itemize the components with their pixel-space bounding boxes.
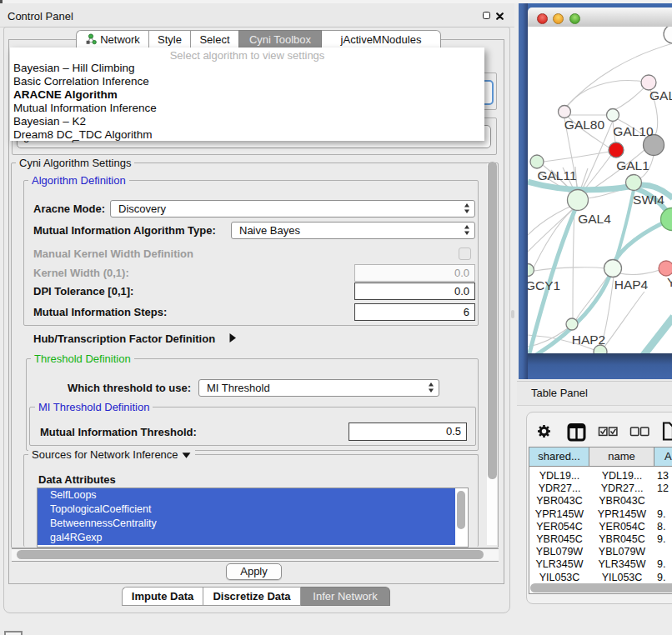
svg-text:GAL1: GAL1 (616, 158, 649, 172)
svg-text:HAP2: HAP2 (572, 332, 606, 347)
svg-text:HAP4: HAP4 (614, 278, 649, 292)
svg-text:GAL4: GAL4 (578, 212, 611, 226)
svg-text:GAL80: GAL80 (564, 118, 605, 132)
svg-text:GAL11: GAL11 (537, 168, 576, 182)
svg-text:Y: Y (667, 275, 672, 289)
svg-text:GCY1: GCY1 (528, 278, 560, 292)
svg-text:GAL10: GAL10 (613, 124, 654, 138)
svg-text:SWI4: SWI4 (633, 192, 664, 207)
svg-text:GAL7: GAL7 (649, 88, 672, 102)
